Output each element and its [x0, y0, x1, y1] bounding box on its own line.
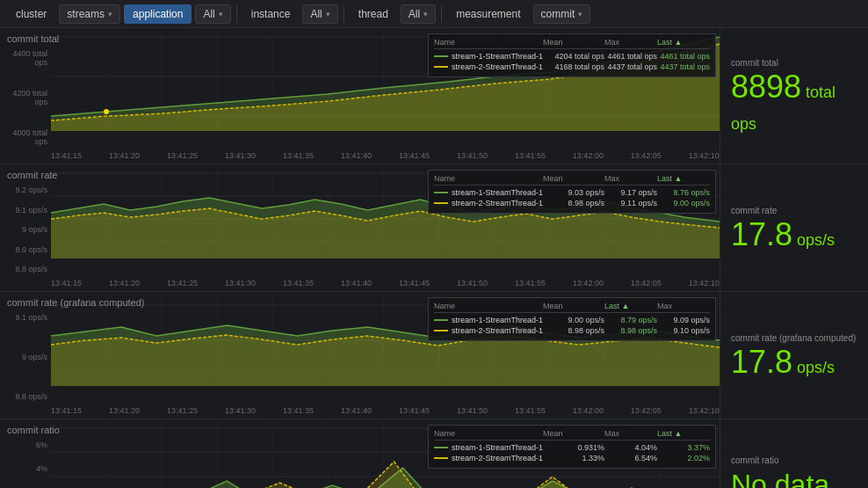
legend-row: stream-2-StreamThread-1 8.98 ops/s 9.11 … — [434, 199, 710, 208]
legend-line-green — [434, 447, 448, 448]
legend-row: stream-2-StreamThread-1 4168 total ops 4… — [434, 62, 710, 71]
nav-instance[interactable]: instance — [242, 4, 300, 24]
chart-commit-total: commit total 4400 total ops 4200 total o… — [0, 28, 720, 164]
legend-row: stream-2-StreamThread-1 1.33% 6.54% 2.02… — [434, 454, 710, 463]
nav-all3[interactable]: All ▾ — [401, 4, 436, 24]
sep3 — [441, 5, 442, 23]
nav-all1[interactable]: All ▾ — [195, 4, 230, 24]
legend-3: Name Mean Last ▲ Max stream-1-StreamThre… — [428, 297, 716, 341]
legend-4: Name Mean Max Last ▲ stream-1-StreamThre… — [428, 425, 716, 469]
stats-commit-total: commit total 8898 total ops — [720, 28, 868, 164]
legend-header: Name Mean Max Last ▲ — [434, 38, 710, 49]
chart-title-4: commit ratio — [7, 425, 60, 435]
legend-row: stream-1-StreamThread-1 0.931% 4.04% 3.3… — [434, 443, 710, 452]
legend-line-green — [434, 55, 448, 57]
stats-title-2: commit rate — [731, 206, 777, 215]
legend-line-yellow — [434, 330, 448, 331]
nav-commit[interactable]: commit ▾ — [533, 4, 591, 24]
stats-value-3: 17.8 ops/s — [731, 346, 835, 378]
y-axis-4: 6% 4% 2% 0% — [0, 439, 51, 488]
all3-arrow: ▾ — [423, 10, 428, 18]
y-axis-1: 4400 total ops 4200 total ops 4000 total… — [0, 47, 51, 148]
topbar: cluster streams ▾ application All ▾ inst… — [0, 0, 868, 28]
legend-line-green — [434, 192, 448, 193]
y-label: 4200 total ops — [0, 89, 51, 106]
legend-2: Name Mean Max Last ▲ stream-1-StreamThre… — [428, 170, 716, 214]
y-label: 4000 total ops — [0, 128, 51, 146]
legend-line-yellow — [434, 66, 448, 68]
nav-all2[interactable]: All ▾ — [302, 4, 337, 24]
x-axis-1: 13:41:15 13:41:20 13:41:25 13:41:30 13:4… — [51, 148, 720, 164]
nav-application[interactable]: application — [124, 4, 192, 24]
main-grid: commit total 4400 total ops 4200 total o… — [0, 28, 868, 488]
chart-title-1: commit total — [7, 33, 59, 44]
stats-title-1: commit total — [731, 58, 778, 68]
legend-line-green — [434, 319, 448, 321]
stats-title-4: commit ratio — [731, 455, 778, 465]
chart-commit-rate-grafana: commit rate (grafana computed) 9.1 ops/s… — [0, 292, 720, 419]
commit-arrow: ▾ — [578, 10, 582, 18]
legend-header: Name Mean Max Last ▲ — [434, 429, 710, 441]
all2-arrow: ▾ — [326, 10, 330, 18]
legend-row: stream-1-StreamThread-1 9.03 ops/s 9.17 … — [434, 188, 710, 197]
stats-commit-rate: commit rate 17.8 ops/s — [720, 164, 868, 292]
stats-value-1: 8898 total ops — [731, 71, 857, 135]
stats-commit-rate-grafana: commit rate (grafana computed) 17.8 ops/… — [720, 292, 868, 419]
y-axis-2: 9.2 ops/s 9.1 ops/s 9 ops/s 8.9 ops/s 8.… — [0, 184, 51, 275]
chart-title-2: commit rate — [7, 170, 57, 180]
nav-streams[interactable]: streams ▾ — [59, 4, 120, 24]
chart-commit-ratio: commit ratio 6% 4% 2% 0% — [0, 419, 720, 488]
y-label: 4400 total ops — [0, 49, 51, 67]
legend-header: Name Mean Max Last ▲ — [434, 174, 710, 186]
sep2 — [344, 5, 344, 23]
y-axis-3: 9.1 ops/s 9 ops/s 8.8 ops/s — [0, 311, 51, 403]
legend-row: stream-1-StreamThread-1 4204 total ops 4… — [434, 52, 710, 61]
x-axis-2: 13:41:15 13:41:20 13:41:25 13:41:30 13:4… — [51, 275, 720, 291]
svg-point-15 — [104, 109, 109, 114]
legend-1: Name Mean Max Last ▲ stream-1-StreamThre… — [428, 33, 716, 77]
all1-arrow: ▾ — [219, 10, 223, 18]
legend-line-yellow — [434, 202, 448, 204]
nav-cluster[interactable]: cluster — [7, 4, 55, 24]
stats-value-2: 17.8 ops/s — [731, 219, 835, 251]
x-axis-3: 13:41:15 13:41:20 13:41:25 13:41:30 13:4… — [51, 403, 720, 419]
legend-row: stream-2-StreamThread-1 8.98 ops/s 8.98 … — [434, 326, 710, 335]
legend-header: Name Mean Last ▲ Max — [434, 302, 710, 313]
sep1 — [236, 5, 237, 23]
streams-arrow: ▾ — [108, 10, 112, 18]
stats-commit-ratio: commit ratio No data — [720, 419, 868, 488]
stats-title-3: commit rate (grafana computed) — [731, 333, 856, 343]
nav-measurement[interactable]: measurement — [447, 4, 529, 24]
legend-row: stream-1-StreamThread-1 9.00 ops/s 8.79 … — [434, 316, 710, 324]
nav-thread[interactable]: thread — [350, 4, 397, 24]
chart-title-3: commit rate (grafana computed) — [7, 297, 145, 308]
legend-line-yellow — [434, 457, 448, 459]
chart-commit-rate: commit rate 9.2 ops/s 9.1 ops/s 9 ops/s … — [0, 164, 720, 292]
stats-nodata: No data — [731, 469, 829, 488]
